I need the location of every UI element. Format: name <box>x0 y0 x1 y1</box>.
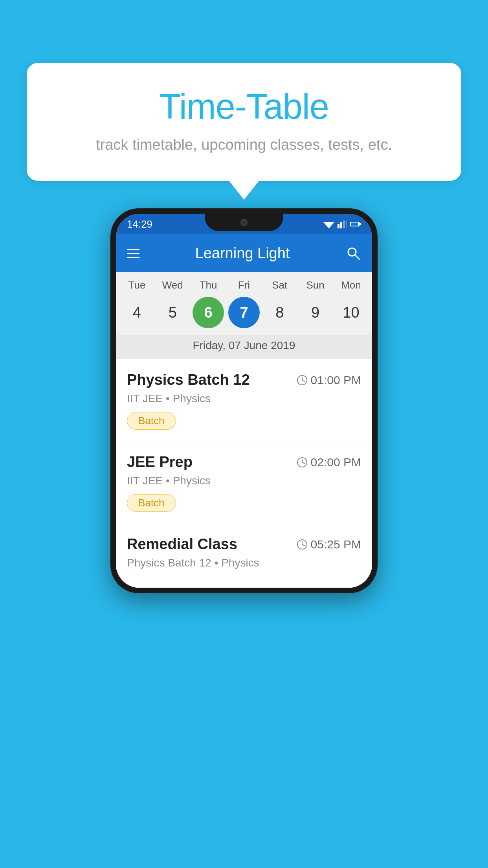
clock-icon-3 <box>297 539 308 550</box>
svg-line-10 <box>355 255 360 259</box>
day-label-thu: Thu <box>193 279 224 291</box>
day-8[interactable]: 8 <box>264 297 295 328</box>
svg-rect-7 <box>360 223 361 225</box>
svg-line-13 <box>302 380 305 381</box>
phone-notch <box>205 214 283 231</box>
svg-marker-1 <box>325 224 333 228</box>
schedule-item-1-time: 01:00 PM <box>297 373 361 387</box>
day-5[interactable]: 5 <box>157 297 188 328</box>
schedule-item-3[interactable]: Remedial Class 05:25 PM Physics Batch 12… <box>116 523 372 588</box>
battery-icon <box>350 221 361 227</box>
schedule-item-1-title: Physics Batch 12 <box>127 371 250 388</box>
schedule-item-2-title: JEE Prep <box>127 454 193 471</box>
schedule-item-3-title: Remedial Class <box>127 536 237 553</box>
schedule-item-1-header: Physics Batch 12 01:00 PM <box>127 371 361 388</box>
wifi-icon <box>323 220 334 228</box>
svg-rect-5 <box>346 220 347 228</box>
status-time: 14:29 <box>127 218 152 230</box>
schedule-item-2-time: 02:00 PM <box>297 456 361 469</box>
selected-date-label: Friday, 07 June 2019 <box>116 335 372 359</box>
search-button[interactable] <box>345 245 361 261</box>
day-headers: Tue Wed Thu Fri Sat Sun Mon <box>116 279 372 291</box>
schedule-item-1-tag: Batch <box>127 412 176 430</box>
schedule-item-3-header: Remedial Class 05:25 PM <box>127 536 361 553</box>
schedule-item-1-subtitle: IIT JEE • Physics <box>127 392 361 405</box>
svg-line-16 <box>302 462 305 463</box>
search-icon <box>345 245 361 261</box>
svg-rect-4 <box>343 221 345 228</box>
day-6-today[interactable]: 6 <box>193 297 224 328</box>
day-10[interactable]: 10 <box>335 297 367 328</box>
day-7-selected[interactable]: 7 <box>228 297 260 328</box>
day-label-sat: Sat <box>264 279 295 291</box>
svg-rect-8 <box>351 223 358 226</box>
signal-icon <box>338 220 347 228</box>
clock-icon-1 <box>297 375 308 386</box>
day-label-tue: Tue <box>121 279 152 291</box>
phone-outer-shell: 14:29 <box>110 208 378 593</box>
svg-rect-3 <box>340 222 342 228</box>
app-title: Learning Light <box>139 245 345 262</box>
schedule-item-2-subtitle: IIT JEE • Physics <box>127 474 361 487</box>
day-4[interactable]: 4 <box>121 297 152 328</box>
day-label-mon: Mon <box>335 279 367 291</box>
speech-bubble-section: Time-Table track timetable, upcoming cla… <box>27 63 461 181</box>
schedule-item-2-tag: Batch <box>127 494 176 512</box>
day-label-sun: Sun <box>300 279 331 291</box>
schedule-item-2[interactable]: JEE Prep 02:00 PM IIT JEE • Physics Batc… <box>116 441 372 523</box>
hamburger-icon[interactable] <box>127 249 139 258</box>
calendar-strip: Tue Wed Thu Fri Sat Sun Mon 4 5 6 7 8 9 … <box>116 272 372 359</box>
schedule-item-2-header: JEE Prep 02:00 PM <box>127 454 361 471</box>
phone-screen: 14:29 <box>116 214 372 588</box>
schedule-item-3-subtitle: Physics Batch 12 • Physics <box>127 557 361 569</box>
day-label-wed: Wed <box>157 279 188 291</box>
schedule-item-3-time: 05:25 PM <box>297 538 361 551</box>
schedule-list: Physics Batch 12 01:00 PM IIT JEE • Phys… <box>116 359 372 588</box>
schedule-item-1[interactable]: Physics Batch 12 01:00 PM IIT JEE • Phys… <box>116 359 372 441</box>
phone-mockup: 14:29 <box>110 208 378 593</box>
day-label-fri: Fri <box>228 279 260 291</box>
app-bar: Learning Light <box>116 234 372 272</box>
day-9[interactable]: 9 <box>300 297 331 328</box>
svg-line-19 <box>302 544 305 546</box>
day-numbers: 4 5 6 7 8 9 10 <box>116 297 372 328</box>
clock-icon-2 <box>297 457 308 468</box>
front-camera <box>240 219 248 226</box>
svg-rect-2 <box>338 224 339 228</box>
app-feature-subtitle: track timetable, upcoming classes, tests… <box>58 136 430 153</box>
app-feature-title: Time-Table <box>58 86 430 127</box>
status-icons <box>323 220 361 228</box>
speech-bubble-card: Time-Table track timetable, upcoming cla… <box>27 63 461 181</box>
menu-icon[interactable] <box>127 249 139 258</box>
